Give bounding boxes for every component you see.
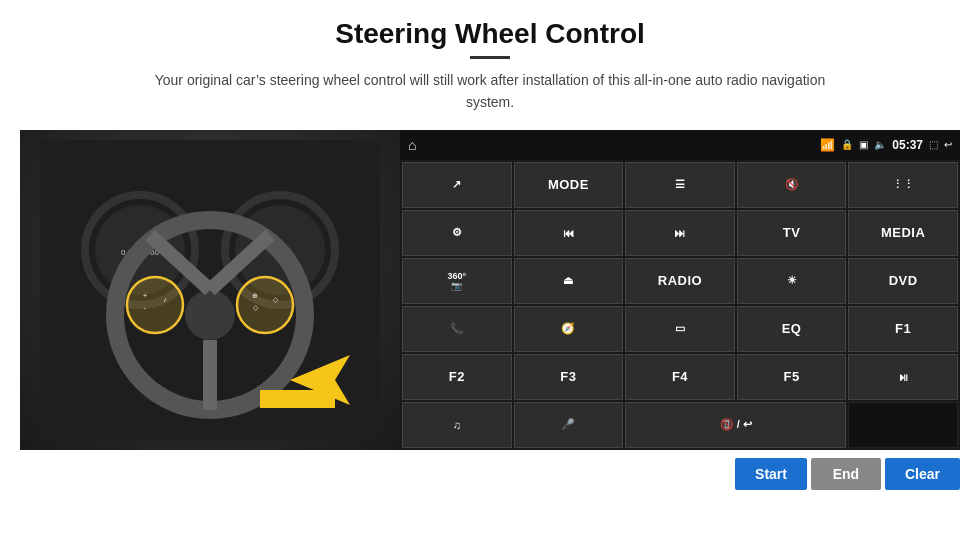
btn-gps[interactable]: 🧭 bbox=[514, 306, 624, 352]
btn-nav[interactable]: ↗ bbox=[402, 162, 512, 208]
page-wrapper: Steering Wheel Control Your original car… bbox=[0, 0, 980, 544]
car-image: 0 20 40 60 + - ♪ bbox=[20, 130, 400, 450]
lock-icon: 🔒 bbox=[841, 139, 853, 150]
btn-call-end[interactable]: 📵 / ↩ bbox=[625, 402, 846, 448]
start-button[interactable]: Start bbox=[735, 458, 807, 490]
btn-f5[interactable]: F5 bbox=[737, 354, 847, 400]
sim-icon: ▣ bbox=[859, 139, 868, 150]
home-icon[interactable]: ⌂ bbox=[408, 137, 416, 153]
btn-radio[interactable]: RADIO bbox=[625, 258, 735, 304]
btn-prev[interactable]: ⏮ bbox=[514, 210, 624, 256]
btn-next[interactable]: ⏭ bbox=[625, 210, 735, 256]
action-bar: Start End Clear bbox=[20, 450, 960, 490]
btn-f1[interactable]: F1 bbox=[848, 306, 958, 352]
btn-mute[interactable]: 🔇 bbox=[737, 162, 847, 208]
screen-icon: ⬚ bbox=[929, 139, 938, 150]
end-button[interactable]: End bbox=[811, 458, 881, 490]
title-divider bbox=[470, 56, 510, 59]
button-grid: ↗ MODE ☰ 🔇 ⋮⋮ ⚙ ⏮ ⏭ TV MEDIA 360°📷 ⏏ RAD… bbox=[400, 160, 960, 450]
status-bar: ⌂ 📶 🔒 ▣ 🔈 05:37 ⬚ ↩ bbox=[400, 130, 960, 160]
page-title: Steering Wheel Control bbox=[335, 18, 645, 50]
btn-f3[interactable]: F3 bbox=[514, 354, 624, 400]
bluetooth-icon: 🔈 bbox=[874, 139, 886, 150]
btn-phone[interactable]: 📞 bbox=[402, 306, 512, 352]
btn-tv[interactable]: TV bbox=[737, 210, 847, 256]
svg-point-7 bbox=[185, 290, 235, 340]
svg-text:⊕: ⊕ bbox=[252, 292, 258, 299]
btn-f4[interactable]: F4 bbox=[625, 354, 735, 400]
btn-apps[interactable]: ⋮⋮ bbox=[848, 162, 958, 208]
wifi-icon: 📶 bbox=[820, 138, 835, 152]
svg-text:+: + bbox=[143, 292, 147, 299]
svg-point-11 bbox=[127, 277, 183, 333]
btn-media[interactable]: MEDIA bbox=[848, 210, 958, 256]
content-row: 0 20 40 60 + - ♪ bbox=[20, 130, 960, 450]
btn-window[interactable]: ▭ bbox=[625, 306, 735, 352]
back-icon[interactable]: ↩ bbox=[944, 139, 952, 150]
btn-mode[interactable]: MODE bbox=[514, 162, 624, 208]
btn-menu[interactable]: ☰ bbox=[625, 162, 735, 208]
btn-dvd[interactable]: DVD bbox=[848, 258, 958, 304]
svg-rect-20 bbox=[260, 390, 335, 408]
btn-mic[interactable]: 🎤 bbox=[514, 402, 624, 448]
btn-music[interactable]: ♫ bbox=[402, 402, 512, 448]
status-left: ⌂ bbox=[408, 137, 416, 153]
btn-play-pause[interactable]: ⏯ bbox=[848, 354, 958, 400]
btn-f2[interactable]: F2 bbox=[402, 354, 512, 400]
status-right: 📶 🔒 ▣ 🔈 05:37 ⬚ ↩ bbox=[820, 138, 952, 152]
svg-point-12 bbox=[237, 277, 293, 333]
btn-settings[interactable]: ⚙ bbox=[402, 210, 512, 256]
time-display: 05:37 bbox=[892, 138, 923, 152]
btn-eq[interactable]: EQ bbox=[737, 306, 847, 352]
btn-360cam[interactable]: 360°📷 bbox=[402, 258, 512, 304]
clear-button[interactable]: Clear bbox=[885, 458, 960, 490]
btn-empty bbox=[848, 402, 958, 448]
page-subtitle: Your original car’s steering wheel contr… bbox=[140, 69, 840, 114]
btn-brightness[interactable]: ☀ bbox=[737, 258, 847, 304]
svg-text:♪: ♪ bbox=[163, 296, 167, 303]
head-unit: ⌂ 📶 🔒 ▣ 🔈 05:37 ⬚ ↩ ↗ MODE ☰ 🔇 bbox=[400, 130, 960, 450]
btn-eject[interactable]: ⏏ bbox=[514, 258, 624, 304]
